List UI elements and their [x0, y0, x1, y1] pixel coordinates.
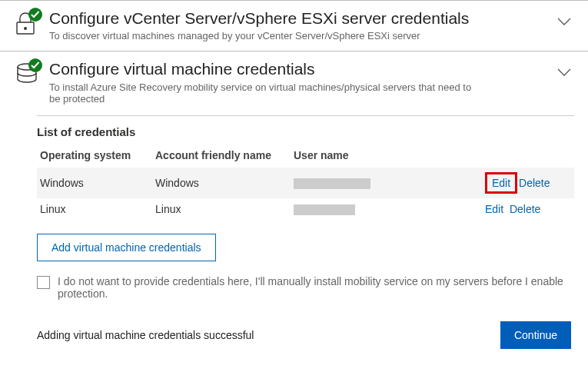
lock-icon [14, 10, 40, 36]
list-title: List of credentials [37, 125, 574, 138]
database-icon [14, 61, 40, 87]
edit-link[interactable]: Edit [492, 177, 510, 189]
chevron-down-icon [557, 68, 571, 78]
delete-link[interactable]: Delete [510, 203, 540, 215]
section-title: Configure vCenter Server/vSphere ESXi se… [49, 8, 545, 28]
cell-friendly: Linux [152, 198, 291, 220]
section-vm: Configure virtual machine credentials To… [0, 51, 588, 367]
highlight-box: Edit [485, 172, 517, 194]
cell-os: Linux [37, 198, 152, 220]
add-credentials-button[interactable]: Add virtual machine credentials [37, 234, 216, 261]
col-os: Operating system [37, 143, 152, 168]
credentials-body: List of credentials Operating system Acc… [37, 115, 574, 349]
skip-credentials-label: I do not want to provide credentials her… [58, 275, 574, 300]
continue-button[interactable]: Continue [500, 321, 571, 349]
col-user: User name [291, 143, 482, 168]
delete-link[interactable]: Delete [519, 177, 550, 189]
footer-row: Adding virtual machine credentials succe… [37, 321, 574, 349]
cell-user [291, 168, 482, 198]
status-message: Adding virtual machine credentials succe… [37, 329, 254, 341]
expand-toggle-vm[interactable] [554, 68, 574, 78]
section-title: Configure virtual machine credentials [49, 59, 545, 79]
svg-point-1 [24, 27, 27, 30]
skip-credentials-row: I do not want to provide credentials her… [37, 275, 574, 300]
chevron-down-icon [557, 18, 571, 27]
skip-credentials-checkbox[interactable] [37, 276, 50, 289]
table-row: Windows Windows Edit Delete [37, 168, 574, 198]
cell-user [291, 198, 482, 220]
edit-link[interactable]: Edit [485, 203, 503, 215]
cell-os: Windows [37, 168, 152, 198]
expand-toggle-vcenter[interactable] [554, 18, 574, 27]
col-friendly: Account friendly name [152, 143, 291, 168]
section-desc: To install Azure Site Recovery mobility … [49, 81, 480, 105]
section-vcenter: Configure vCenter Server/vSphere ESXi se… [0, 0, 588, 51]
redacted-value [294, 204, 355, 215]
credentials-table: Operating system Account friendly name U… [37, 143, 574, 220]
table-row: Linux Linux Edit Delete [37, 198, 574, 220]
redacted-value [294, 178, 370, 189]
section-desc: To discover virtual machines managed by … [49, 30, 480, 42]
section-head-vm: Configure virtual machine credentials To… [14, 59, 574, 104]
cell-friendly: Windows [152, 168, 291, 198]
section-head-vcenter: Configure vCenter Server/vSphere ESXi se… [14, 8, 574, 42]
